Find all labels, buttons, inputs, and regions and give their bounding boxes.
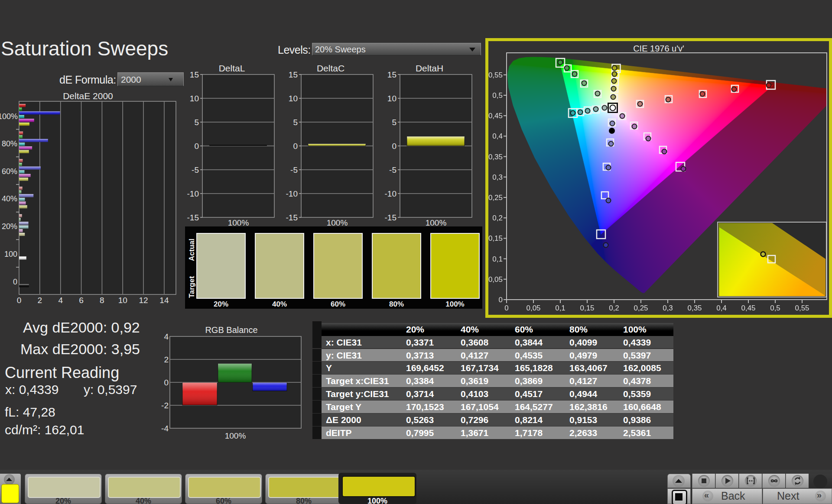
svg-text:100%: 100%: [426, 218, 447, 227]
svg-text:0: 0: [164, 378, 169, 387]
svg-text:0: 0: [392, 142, 396, 151]
svg-text:0,5: 0,5: [770, 304, 780, 312]
svg-text:15: 15: [387, 70, 396, 79]
svg-text:0,55: 0,55: [488, 71, 503, 79]
svg-text:0,3: 0,3: [492, 173, 503, 181]
svg-text:100%: 100%: [0, 112, 18, 121]
svg-text:-5: -5: [389, 165, 396, 174]
svg-text:10: 10: [289, 94, 298, 103]
svg-text:0,05: 0,05: [488, 275, 503, 284]
svg-text:RGB Balance: RGB Balance: [205, 325, 257, 335]
svg-text:-10: -10: [187, 189, 199, 198]
svg-text:0,1: 0,1: [555, 304, 566, 312]
svg-text:0,15: 0,15: [580, 304, 594, 312]
svg-text:60%: 60%: [2, 167, 17, 176]
svg-text:100%: 100%: [228, 218, 249, 227]
svg-text:0: 0: [17, 296, 22, 305]
svg-text:0,5: 0,5: [492, 91, 503, 100]
svg-text:12: 12: [139, 296, 148, 305]
svg-text:0: 0: [504, 304, 508, 312]
svg-text:5: 5: [392, 118, 396, 127]
svg-text:2: 2: [164, 355, 169, 364]
svg-text:0,25: 0,25: [488, 194, 503, 202]
svg-text:-15: -15: [385, 213, 396, 222]
svg-text:10: 10: [190, 94, 199, 103]
svg-text:10: 10: [118, 296, 127, 305]
svg-text:0,35: 0,35: [687, 304, 702, 312]
svg-text:0,45: 0,45: [741, 304, 755, 312]
svg-text:-5: -5: [290, 165, 298, 174]
svg-text:0,05: 0,05: [526, 304, 540, 312]
svg-text:100%: 100%: [225, 431, 246, 440]
svg-text:4: 4: [164, 332, 169, 341]
svg-text:0,55: 0,55: [795, 304, 809, 312]
svg-text:20%: 20%: [2, 222, 17, 231]
svg-text:100: 100: [4, 250, 17, 258]
svg-text:5: 5: [293, 118, 298, 127]
svg-text:-10: -10: [286, 189, 298, 198]
svg-text:0,25: 0,25: [634, 304, 648, 312]
svg-text:4: 4: [58, 296, 63, 305]
svg-text:40%: 40%: [2, 194, 17, 203]
svg-text:DeltaL: DeltaL: [219, 63, 245, 73]
svg-text:DeltaH: DeltaH: [416, 63, 443, 73]
svg-text:DeltaC: DeltaC: [317, 63, 344, 73]
svg-text:-2: -2: [161, 401, 169, 410]
svg-text:-15: -15: [187, 213, 199, 222]
svg-text:0: 0: [13, 278, 17, 286]
svg-text:0,2: 0,2: [492, 214, 503, 222]
svg-text:-10: -10: [385, 189, 396, 198]
svg-text:0,45: 0,45: [488, 112, 503, 120]
svg-text:5: 5: [194, 118, 199, 127]
svg-text:10: 10: [387, 94, 396, 103]
svg-text:100%: 100%: [327, 218, 348, 227]
svg-text:0,1: 0,1: [492, 255, 503, 263]
svg-text:6: 6: [79, 296, 84, 305]
svg-text:80%: 80%: [2, 139, 17, 148]
svg-text:0,2: 0,2: [609, 304, 619, 312]
svg-text:0,35: 0,35: [488, 153, 503, 161]
svg-text:-4: -4: [161, 424, 169, 433]
svg-text:DeltaE 2000: DeltaE 2000: [63, 91, 113, 101]
svg-text:8: 8: [100, 296, 104, 305]
svg-text:14: 14: [159, 296, 169, 305]
svg-text:-5: -5: [192, 165, 199, 174]
svg-text:15: 15: [289, 70, 298, 79]
svg-text:0,15: 0,15: [488, 234, 503, 242]
svg-text:0: 0: [194, 142, 199, 151]
svg-text:0,4: 0,4: [492, 132, 503, 140]
svg-text:2: 2: [38, 296, 42, 305]
svg-text:15: 15: [190, 70, 199, 79]
svg-text:0: 0: [293, 142, 298, 151]
svg-text:0: 0: [499, 296, 503, 304]
svg-text:0,3: 0,3: [663, 304, 673, 312]
svg-text:-15: -15: [286, 213, 298, 222]
svg-text:0,4: 0,4: [716, 304, 727, 312]
